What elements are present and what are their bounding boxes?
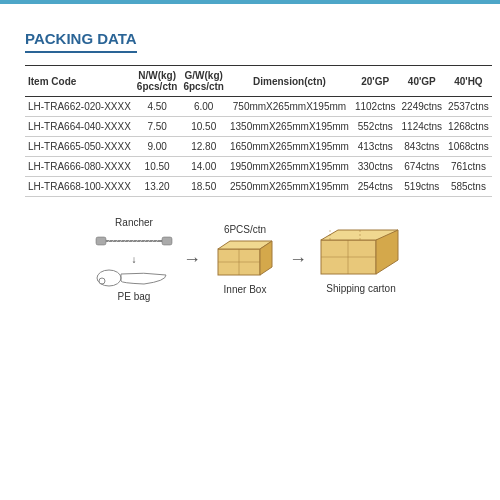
cell-gw-3: 14.00 [180, 157, 227, 177]
col-40hq: 40'HQ [445, 66, 492, 97]
cell-gw-0: 6.00 [180, 97, 227, 117]
col-gw: G/W(kg)6pcs/ctn [180, 66, 227, 97]
table-row: LH-TRA664-040-XXXX7.5010.501350mmX265mmX… [25, 117, 492, 137]
cell-dimension-4: 2550mmX265mmX195mm [227, 177, 352, 197]
cell-hq40-3: 761ctns [445, 157, 492, 177]
cell-gw-2: 12.80 [180, 137, 227, 157]
cell-gp40-1: 1124ctns [399, 117, 446, 137]
shippingcarton-col: Shipping carton [316, 226, 406, 294]
rancher-icon [94, 230, 174, 252]
rancher-pebag-col: Rancher [94, 217, 174, 302]
section-title: PACKING DATA [25, 30, 137, 53]
svg-point-17 [99, 278, 105, 284]
cell-itemCode-0: LH-TRA662-020-XXXX [25, 97, 134, 117]
cell-itemCode-2: LH-TRA665-050-XXXX [25, 137, 134, 157]
cell-itemCode-4: LH-TRA668-100-XXXX [25, 177, 134, 197]
cell-gp20-1: 552ctns [352, 117, 399, 137]
cell-gp20-0: 1102ctns [352, 97, 399, 117]
cell-gw-1: 10.50 [180, 117, 227, 137]
innerbox-label: Inner Box [224, 284, 267, 295]
top-border [0, 0, 500, 4]
cell-hq40-0: 2537ctns [445, 97, 492, 117]
table-body: LH-TRA662-020-XXXX4.506.00750mmX265mmX19… [25, 97, 492, 197]
cell-gp40-3: 674ctns [399, 157, 446, 177]
page: PACKING DATA Item Code N/W(kg)6pcs/ctn G… [0, 0, 500, 500]
cell-hq40-4: 585ctns [445, 177, 492, 197]
cell-hq40-2: 1068ctns [445, 137, 492, 157]
cell-dimension-2: 1650mmX265mmX195mm [227, 137, 352, 157]
table-row: LH-TRA666-080-XXXX10.5014.001950mmX265mm… [25, 157, 492, 177]
cell-nw-4: 13.20 [134, 177, 181, 197]
table-header: Item Code N/W(kg)6pcs/ctn G/W(kg)6pcs/ct… [25, 66, 492, 97]
col-40gp: 40'GP [399, 66, 446, 97]
cell-nw-0: 4.50 [134, 97, 181, 117]
cell-nw-2: 9.00 [134, 137, 181, 157]
innerbox-icon [210, 237, 280, 282]
cell-gw-4: 18.50 [180, 177, 227, 197]
packing-table: Item Code N/W(kg)6pcs/ctn G/W(kg)6pcs/ct… [25, 65, 492, 197]
diagrams-section: Rancher [25, 217, 475, 302]
rancher-label: Rancher [115, 217, 153, 228]
shippingcarton-label: Shipping carton [326, 283, 396, 294]
pebag-icon [94, 267, 174, 289]
cell-itemCode-3: LH-TRA666-080-XXXX [25, 157, 134, 177]
innerbox-col: 6PCS/ctn Inner Box [210, 224, 280, 295]
pcs-label: 6PCS/ctn [224, 224, 266, 235]
col-nw: N/W(kg)6pcs/ctn [134, 66, 181, 97]
arrow-right-1: → [183, 249, 201, 270]
table-row: LH-TRA662-020-XXXX4.506.00750mmX265mmX19… [25, 97, 492, 117]
svg-rect-0 [96, 237, 106, 245]
col-20gp: 20'GP [352, 66, 399, 97]
cell-nw-3: 10.50 [134, 157, 181, 177]
table-row: LH-TRA668-100-XXXX13.2018.502550mmX265mm… [25, 177, 492, 197]
svg-rect-15 [162, 237, 172, 245]
cell-dimension-1: 1350mmX265mmX195mm [227, 117, 352, 137]
arrow-down-1: ↓ [132, 254, 137, 265]
cell-gp40-4: 519ctns [399, 177, 446, 197]
cell-dimension-0: 750mmX265mmX195mm [227, 97, 352, 117]
pebag-label: PE bag [118, 291, 151, 302]
arrow-right-2: → [289, 249, 307, 270]
cell-dimension-3: 1950mmX265mmX195mm [227, 157, 352, 177]
cell-itemCode-1: LH-TRA664-040-XXXX [25, 117, 134, 137]
table-row: LH-TRA665-050-XXXX9.0012.801650mmX265mmX… [25, 137, 492, 157]
col-dimension: Dimension(ctn) [227, 66, 352, 97]
cell-gp40-2: 843ctns [399, 137, 446, 157]
cell-gp20-3: 330ctns [352, 157, 399, 177]
shippingcarton-icon [316, 226, 406, 281]
cell-nw-1: 7.50 [134, 117, 181, 137]
cell-gp40-0: 2249ctns [399, 97, 446, 117]
cell-gp20-4: 254ctns [352, 177, 399, 197]
col-item-code: Item Code [25, 66, 134, 97]
cell-gp20-2: 413ctns [352, 137, 399, 157]
cell-hq40-1: 1268ctns [445, 117, 492, 137]
